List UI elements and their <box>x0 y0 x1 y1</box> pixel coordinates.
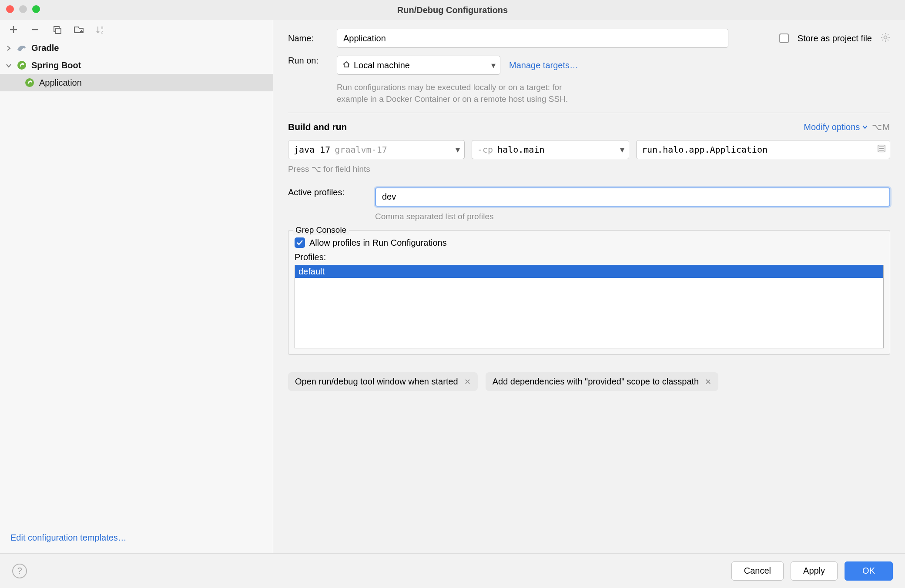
name-input-wrapper <box>337 29 728 48</box>
chip-open-tool-window[interactable]: Open run/debug tool window when started … <box>288 372 478 391</box>
tree-node-application[interactable]: Application <box>0 74 273 91</box>
divider <box>288 113 890 113</box>
main-class-field[interactable]: run.halo.app.Application <box>636 140 890 159</box>
chevron-down-icon <box>862 124 868 130</box>
chevron-down-icon: ▾ <box>491 60 496 70</box>
copy-icon[interactable] <box>51 24 63 35</box>
run-config-window: Run/Debug Configurations az <box>0 0 905 588</box>
active-profiles-input[interactable] <box>381 191 884 202</box>
profiles-listbox[interactable]: default <box>295 265 884 348</box>
sidebar-toolbar: az <box>0 20 273 39</box>
remove-icon[interactable] <box>30 24 41 35</box>
run-on-dropdown[interactable]: Local machine ▾ <box>337 56 500 75</box>
build-run-title: Build and run <box>288 122 347 132</box>
jdk-primary: java 17 <box>294 144 330 155</box>
grep-console-group: Grep Console Allow profiles in Run Confi… <box>288 230 890 355</box>
tree-label: Application <box>39 78 82 88</box>
save-template-icon[interactable] <box>73 24 84 35</box>
ok-button[interactable]: OK <box>845 561 893 581</box>
classpath-dropdown[interactable]: -cp halo.main ▾ <box>472 140 629 159</box>
sort-icon[interactable]: az <box>95 24 106 35</box>
active-profiles-help: Comma separated list of profiles <box>375 211 890 223</box>
body: az Gradle <box>0 20 905 553</box>
help-icon[interactable]: ? <box>12 564 27 578</box>
allow-profiles-checkbox[interactable] <box>295 237 305 248</box>
gear-icon[interactable] <box>881 33 890 44</box>
close-icon[interactable]: ✕ <box>464 377 471 387</box>
chip-provided-scope[interactable]: Add dependencies with "provided" scope t… <box>486 372 719 391</box>
svg-point-5 <box>25 78 34 87</box>
name-label: Name: <box>288 33 332 43</box>
minimize-window-button[interactable] <box>19 5 27 13</box>
window-controls <box>6 5 40 13</box>
profiles-item-default[interactable]: default <box>295 265 883 278</box>
profiles-label: Profiles: <box>295 252 884 262</box>
allow-profiles-label: Allow profiles in Run Configurations <box>309 238 447 248</box>
run-on-help: Run configurations may be executed local… <box>337 82 578 105</box>
run-on-label: Run on: <box>288 56 332 66</box>
tree-node-springboot[interactable]: Spring Boot <box>0 57 273 74</box>
config-tree[interactable]: Gradle Spring Boot Application <box>0 39 273 525</box>
apply-button[interactable]: Apply <box>791 561 838 581</box>
chevron-down-icon: ▾ <box>456 144 460 155</box>
grep-console-title: Grep Console <box>293 225 349 235</box>
spring-icon <box>17 60 27 70</box>
name-input[interactable] <box>342 33 723 44</box>
svg-point-4 <box>17 61 26 70</box>
edit-templates-link[interactable]: Edit configuration templates… <box>10 533 127 542</box>
run-on-value: Local machine <box>354 60 410 70</box>
chevron-right-icon <box>6 43 13 53</box>
close-window-button[interactable] <box>6 5 14 13</box>
field-hints: Press ⌥ for field hints <box>288 164 890 175</box>
chevron-down-icon <box>6 60 13 70</box>
build-row: java 17 graalvm-17 ▾ -cp halo.main ▾ run… <box>288 140 890 159</box>
home-icon <box>342 60 350 70</box>
cancel-button[interactable]: Cancel <box>731 561 784 581</box>
titlebar: Run/Debug Configurations <box>0 0 905 20</box>
chevron-down-icon: ▾ <box>620 144 624 155</box>
active-profiles-label: Active profiles: <box>288 187 366 197</box>
cp-module: halo.main <box>497 144 544 155</box>
tree-node-gradle[interactable]: Gradle <box>0 39 273 57</box>
svg-point-6 <box>884 36 887 39</box>
zoom-window-button[interactable] <box>32 5 40 13</box>
modify-shortcut: ⌥M <box>872 122 890 132</box>
modify-options-link[interactable]: Modify options <box>804 122 868 132</box>
manage-targets-link[interactable]: Manage targets… <box>509 60 578 70</box>
sidebar: az Gradle <box>0 20 273 553</box>
close-icon[interactable]: ✕ <box>705 377 711 387</box>
list-icon[interactable] <box>878 145 885 155</box>
main-class: run.halo.app.Application <box>642 144 768 155</box>
spring-icon <box>24 77 35 88</box>
gradle-icon <box>17 43 27 53</box>
sidebar-footer: Edit configuration templates… <box>0 525 273 553</box>
svg-rect-1 <box>56 28 61 33</box>
svg-text:z: z <box>101 30 103 34</box>
store-as-project-label: Store as project file <box>798 33 872 43</box>
cp-prefix: -cp <box>477 144 493 155</box>
active-profiles-input-wrapper <box>375 187 890 207</box>
build-run-header: Build and run Modify options ⌥M <box>288 122 890 132</box>
store-as-project-checkbox[interactable] <box>779 33 789 43</box>
window-title: Run/Debug Configurations <box>397 5 508 15</box>
options-chips: Open run/debug tool window when started … <box>288 372 890 391</box>
jdk-dropdown[interactable]: java 17 graalvm-17 ▾ <box>288 140 465 159</box>
tree-label: Gradle <box>31 43 59 53</box>
tree-label: Spring Boot <box>31 60 81 70</box>
dialog-footer: ? Cancel Apply OK <box>0 553 905 588</box>
form-panel: Name: Store as project file Run on: <box>273 20 905 553</box>
jdk-secondary: graalvm-17 <box>335 144 387 155</box>
add-icon[interactable] <box>8 24 19 35</box>
